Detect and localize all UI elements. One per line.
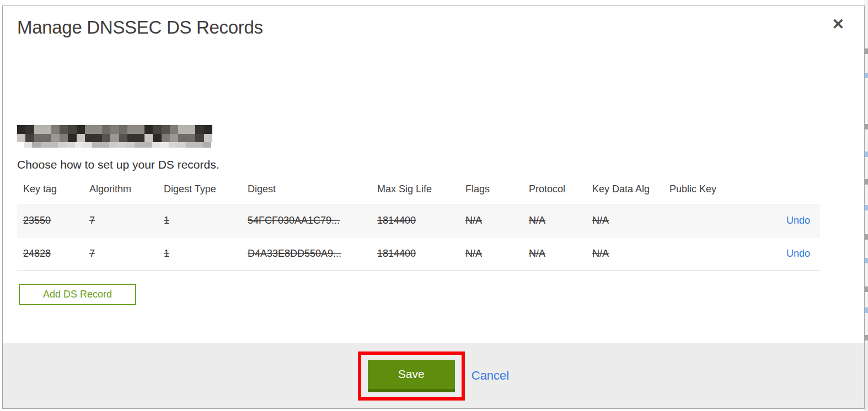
page-behind-fragment (864, 286, 868, 292)
cell-digest: 54FCF030AA1C79... (242, 204, 371, 237)
cell-max-sig-life: 1814400 (371, 204, 459, 237)
cell-digest-type: 1 (158, 204, 242, 237)
column-header-algorithm: Algorithm (83, 183, 158, 204)
column-header-digest-type: Digest Type (158, 183, 242, 204)
domain-name-redacted (17, 125, 212, 148)
page-behind-fragment (864, 179, 868, 185)
subtitle-text: Choose how to set up your DS records. (17, 158, 219, 171)
cell-algorithm: 7 (83, 204, 158, 237)
cell-flags: N/A (459, 204, 523, 237)
column-header-protocol: Protocol (523, 183, 586, 204)
cell-actions: Undo (746, 204, 820, 237)
close-button[interactable]: ✕ (832, 17, 844, 32)
page-behind-fragment (864, 307, 868, 313)
page-behind-fragment (864, 73, 868, 78)
page-behind-fragment (864, 234, 868, 240)
save-button[interactable]: Save (368, 360, 455, 392)
page-behind-fragment (864, 124, 868, 129)
cell-key-tag: 23550 (17, 204, 83, 237)
redaction-pixel-row (17, 125, 212, 134)
cell-algorithm: 7 (83, 237, 158, 271)
table-header-row: Key tag Algorithm Digest Type Digest Max… (17, 183, 820, 204)
page-behind-fragment (864, 205, 868, 210)
cell-public-key (663, 237, 746, 271)
background-page-sliver (864, 0, 868, 411)
undo-link[interactable]: Undo (786, 215, 810, 226)
annotation-rectangle: Save (358, 351, 465, 401)
undo-link[interactable]: Undo (786, 248, 810, 259)
manage-dnssec-modal: Manage DNSSEC DS Records ✕ Choose how to… (2, 6, 865, 409)
column-header-public-key: Public Key (663, 183, 746, 204)
page-behind-fragment (864, 258, 868, 263)
table-row: 23550 7 1 54FCF030AA1C79... 1814400 N/A … (17, 204, 820, 237)
page-behind-fragment (864, 152, 868, 157)
cell-flags: N/A (459, 237, 523, 271)
ds-records-table: Key tag Algorithm Digest Type Digest Max… (17, 183, 820, 271)
cell-key-data-alg: N/A (586, 204, 663, 237)
page-behind-footer (864, 343, 868, 411)
table-row: 24828 7 1 D4A33E8DD550A9... 1814400 N/A … (17, 237, 820, 271)
cell-actions: Undo (746, 237, 820, 271)
modal-footer: Save Cancel (3, 343, 864, 408)
column-header-digest: Digest (242, 183, 371, 204)
cell-digest-type: 1 (158, 237, 242, 271)
redaction-pixel-row (17, 134, 212, 142)
cell-max-sig-life: 1814400 (371, 237, 459, 271)
cell-protocol: N/A (523, 237, 586, 271)
page-behind-fragment (864, 48, 868, 54)
cell-key-data-alg: N/A (586, 237, 663, 271)
cell-protocol: N/A (523, 204, 586, 237)
column-header-key-tag: Key tag (17, 183, 83, 204)
column-header-max-sig-life: Max Sig Life (371, 183, 459, 204)
cell-key-tag: 24828 (17, 237, 83, 271)
column-header-flags: Flags (459, 183, 523, 204)
close-icon: ✕ (832, 16, 844, 33)
column-header-actions (746, 183, 820, 204)
cell-public-key (663, 204, 746, 237)
redaction-pixel-row (24, 142, 211, 148)
cell-digest: D4A33E8DD550A9... (242, 237, 371, 271)
cancel-link[interactable]: Cancel (471, 369, 509, 383)
page-behind-fragment (864, 335, 868, 340)
column-header-key-data-alg: Key Data Alg (586, 183, 663, 204)
page-title: Manage DNSSEC DS Records (17, 17, 263, 38)
add-ds-record-button[interactable]: Add DS Record (19, 284, 136, 305)
